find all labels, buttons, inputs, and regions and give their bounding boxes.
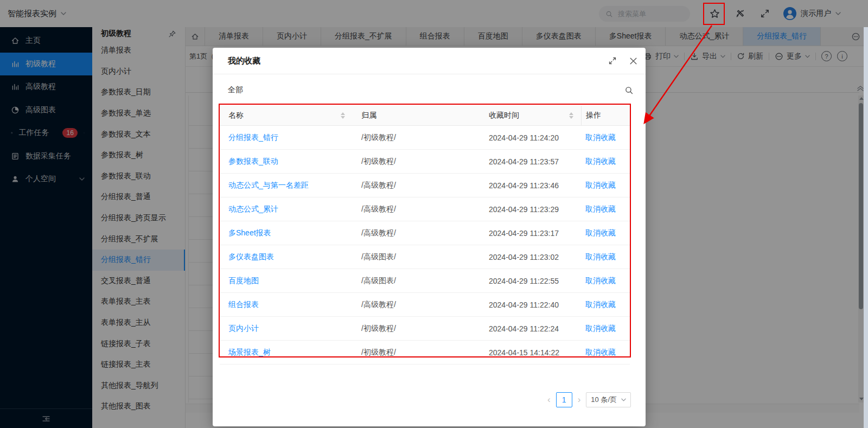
chevron-down-icon [621,398,626,401]
annotation-box-star [703,3,725,25]
modal-filter-row: 全部 [213,78,646,103]
pagination: ‹ 1 › 10 条/页 [546,392,631,407]
app-window: 智能报表实例 演示用户 主页 [0,0,868,428]
prev-page-button[interactable]: ‹ [546,392,552,407]
modal-title: 我的收藏 [228,56,608,66]
close-icon[interactable] [629,56,638,66]
expand-modal-icon[interactable] [608,56,617,65]
annotation-box-table [219,104,631,357]
modal-header: 我的收藏 [213,48,646,74]
search-icon[interactable] [624,86,634,95]
current-page[interactable]: 1 [556,392,572,407]
next-page-button[interactable]: › [577,392,582,407]
filter-all[interactable]: 全部 [228,85,243,95]
page-size-select[interactable]: 10 条/页 [586,392,631,407]
page-scrollbar[interactable] [864,27,868,428]
